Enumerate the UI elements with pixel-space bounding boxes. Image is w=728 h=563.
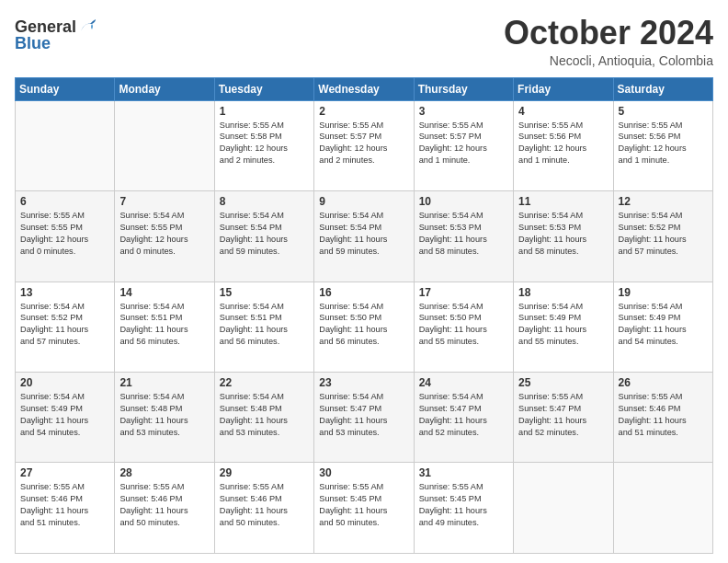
day-number: 12 xyxy=(619,195,708,208)
calendar-cell: 19Sunrise: 5:54 AM Sunset: 5:49 PM Dayli… xyxy=(613,282,712,372)
calendar-cell: 11Sunrise: 5:54 AM Sunset: 5:53 PM Dayli… xyxy=(514,191,613,282)
day-number: 21 xyxy=(119,376,209,389)
day-info: Sunrise: 5:54 AM Sunset: 5:54 PM Dayligh… xyxy=(319,210,408,258)
calendar-cell: 21Sunrise: 5:54 AM Sunset: 5:48 PM Dayli… xyxy=(115,373,214,463)
day-info: Sunrise: 5:55 AM Sunset: 5:56 PM Dayligh… xyxy=(518,120,608,167)
calendar-cell: 29Sunrise: 5:55 AM Sunset: 5:46 PM Dayli… xyxy=(214,463,313,554)
day-info: Sunrise: 5:54 AM Sunset: 5:50 PM Dayligh… xyxy=(419,301,508,349)
calendar-cell: 9Sunrise: 5:54 AM Sunset: 5:54 PM Daylig… xyxy=(314,191,414,282)
calendar-cell: 30Sunrise: 5:55 AM Sunset: 5:45 PM Dayli… xyxy=(314,463,414,554)
calendar-cell: 23Sunrise: 5:54 AM Sunset: 5:47 PM Dayli… xyxy=(314,373,414,463)
day-info: Sunrise: 5:54 AM Sunset: 5:50 PM Dayligh… xyxy=(319,301,408,349)
calendar-cell: 12Sunrise: 5:54 AM Sunset: 5:52 PM Dayli… xyxy=(613,191,712,282)
header: General Blue October 2024 Necocli, Antio… xyxy=(15,15,713,68)
calendar-week-0: 1Sunrise: 5:55 AM Sunset: 5:58 PM Daylig… xyxy=(16,100,713,190)
day-number: 31 xyxy=(419,466,508,479)
day-info: Sunrise: 5:55 AM Sunset: 5:57 PM Dayligh… xyxy=(319,120,408,167)
logo-bird-icon xyxy=(79,18,97,35)
weekday-header-monday: Monday xyxy=(115,77,214,100)
calendar-week-4: 27Sunrise: 5:55 AM Sunset: 5:46 PM Dayli… xyxy=(16,463,713,554)
day-info: Sunrise: 5:54 AM Sunset: 5:53 PM Dayligh… xyxy=(419,210,508,258)
calendar-cell xyxy=(613,463,712,554)
day-info: Sunrise: 5:54 AM Sunset: 5:52 PM Dayligh… xyxy=(619,210,708,258)
weekday-header-thursday: Thursday xyxy=(414,77,513,100)
day-info: Sunrise: 5:55 AM Sunset: 5:58 PM Dayligh… xyxy=(220,120,309,167)
day-info: Sunrise: 5:55 AM Sunset: 5:45 PM Dayligh… xyxy=(419,481,508,529)
logo: General Blue xyxy=(15,18,97,53)
calendar-cell: 28Sunrise: 5:55 AM Sunset: 5:46 PM Dayli… xyxy=(115,463,214,554)
day-info: Sunrise: 5:54 AM Sunset: 5:49 PM Dayligh… xyxy=(20,391,109,439)
day-info: Sunrise: 5:54 AM Sunset: 5:51 PM Dayligh… xyxy=(119,301,209,349)
subtitle: Necocli, Antioquia, Colombia xyxy=(504,53,713,68)
day-number: 30 xyxy=(319,466,408,479)
day-number: 9 xyxy=(319,195,408,208)
day-number: 13 xyxy=(20,286,109,299)
day-number: 18 xyxy=(518,286,608,299)
calendar-cell: 31Sunrise: 5:55 AM Sunset: 5:45 PM Dayli… xyxy=(414,463,513,554)
day-info: Sunrise: 5:54 AM Sunset: 5:53 PM Dayligh… xyxy=(518,210,608,258)
day-info: Sunrise: 5:54 AM Sunset: 5:51 PM Dayligh… xyxy=(220,301,309,349)
calendar-cell: 14Sunrise: 5:54 AM Sunset: 5:51 PM Dayli… xyxy=(115,282,214,372)
day-number: 8 xyxy=(220,195,309,208)
day-number: 19 xyxy=(619,286,708,299)
calendar-cell: 5Sunrise: 5:55 AM Sunset: 5:56 PM Daylig… xyxy=(613,100,712,190)
calendar-cell: 27Sunrise: 5:55 AM Sunset: 5:46 PM Dayli… xyxy=(16,463,115,554)
calendar-cell: 6Sunrise: 5:55 AM Sunset: 5:55 PM Daylig… xyxy=(16,191,115,282)
calendar-cell: 20Sunrise: 5:54 AM Sunset: 5:49 PM Dayli… xyxy=(16,373,115,463)
day-number: 3 xyxy=(419,105,508,118)
main-title: October 2024 xyxy=(504,15,713,52)
calendar-week-2: 13Sunrise: 5:54 AM Sunset: 5:52 PM Dayli… xyxy=(16,282,713,372)
calendar-cell: 4Sunrise: 5:55 AM Sunset: 5:56 PM Daylig… xyxy=(514,100,613,190)
calendar-cell: 3Sunrise: 5:55 AM Sunset: 5:57 PM Daylig… xyxy=(414,100,513,190)
day-number: 26 xyxy=(619,376,708,389)
day-info: Sunrise: 5:55 AM Sunset: 5:46 PM Dayligh… xyxy=(220,481,309,529)
day-number: 2 xyxy=(319,105,408,118)
logo-blue: Blue xyxy=(15,35,97,53)
day-info: Sunrise: 5:55 AM Sunset: 5:55 PM Dayligh… xyxy=(20,210,109,258)
calendar-cell xyxy=(16,100,115,190)
day-info: Sunrise: 5:55 AM Sunset: 5:47 PM Dayligh… xyxy=(518,391,608,439)
title-block: October 2024 Necocli, Antioquia, Colombi… xyxy=(504,15,713,68)
day-number: 15 xyxy=(220,286,309,299)
day-number: 11 xyxy=(518,195,608,208)
day-number: 7 xyxy=(119,195,209,208)
calendar-cell: 22Sunrise: 5:54 AM Sunset: 5:48 PM Dayli… xyxy=(214,373,313,463)
calendar-cell: 26Sunrise: 5:55 AM Sunset: 5:46 PM Dayli… xyxy=(613,373,712,463)
day-number: 22 xyxy=(220,376,309,389)
day-info: Sunrise: 5:54 AM Sunset: 5:52 PM Dayligh… xyxy=(20,301,109,349)
day-info: Sunrise: 5:54 AM Sunset: 5:55 PM Dayligh… xyxy=(119,210,209,258)
calendar-cell: 24Sunrise: 5:54 AM Sunset: 5:47 PM Dayli… xyxy=(414,373,513,463)
calendar-cell: 7Sunrise: 5:54 AM Sunset: 5:55 PM Daylig… xyxy=(115,191,214,282)
day-number: 14 xyxy=(119,286,209,299)
weekday-header-sunday: Sunday xyxy=(16,77,115,100)
weekday-header-wednesday: Wednesday xyxy=(314,77,414,100)
calendar-week-1: 6Sunrise: 5:55 AM Sunset: 5:55 PM Daylig… xyxy=(16,191,713,282)
day-number: 28 xyxy=(119,466,209,479)
day-info: Sunrise: 5:54 AM Sunset: 5:47 PM Dayligh… xyxy=(419,391,508,439)
day-number: 4 xyxy=(518,105,608,118)
day-info: Sunrise: 5:55 AM Sunset: 5:56 PM Dayligh… xyxy=(619,120,708,167)
day-info: Sunrise: 5:54 AM Sunset: 5:47 PM Dayligh… xyxy=(319,391,408,439)
calendar-cell: 17Sunrise: 5:54 AM Sunset: 5:50 PM Dayli… xyxy=(414,282,513,372)
day-number: 29 xyxy=(220,466,309,479)
day-number: 16 xyxy=(319,286,408,299)
page: General Blue October 2024 Necocli, Antio… xyxy=(0,0,728,563)
calendar-cell: 16Sunrise: 5:54 AM Sunset: 5:50 PM Dayli… xyxy=(314,282,414,372)
calendar-cell: 18Sunrise: 5:54 AM Sunset: 5:49 PM Dayli… xyxy=(514,282,613,372)
day-number: 17 xyxy=(419,286,508,299)
calendar-cell: 10Sunrise: 5:54 AM Sunset: 5:53 PM Dayli… xyxy=(414,191,513,282)
calendar-cell: 15Sunrise: 5:54 AM Sunset: 5:51 PM Dayli… xyxy=(214,282,313,372)
day-info: Sunrise: 5:54 AM Sunset: 5:49 PM Dayligh… xyxy=(518,301,608,349)
day-number: 1 xyxy=(220,105,309,118)
day-number: 24 xyxy=(419,376,508,389)
calendar-cell: 8Sunrise: 5:54 AM Sunset: 5:54 PM Daylig… xyxy=(214,191,313,282)
weekday-header-friday: Friday xyxy=(514,77,613,100)
calendar-cell xyxy=(115,100,214,190)
day-info: Sunrise: 5:55 AM Sunset: 5:46 PM Dayligh… xyxy=(619,391,708,439)
day-number: 6 xyxy=(20,195,109,208)
day-number: 5 xyxy=(619,105,708,118)
calendar-cell: 2Sunrise: 5:55 AM Sunset: 5:57 PM Daylig… xyxy=(314,100,414,190)
day-info: Sunrise: 5:54 AM Sunset: 5:54 PM Dayligh… xyxy=(220,210,309,258)
weekday-header-tuesday: Tuesday xyxy=(214,77,313,100)
day-number: 25 xyxy=(518,376,608,389)
